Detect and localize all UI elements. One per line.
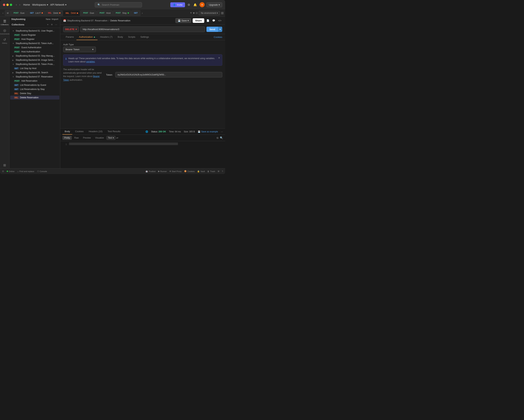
cookies-link[interactable]: Cookies: [214, 34, 222, 40]
send-dropdown-button[interactable]: ▾: [218, 27, 222, 32]
fmt-tab-raw[interactable]: Raw: [72, 136, 80, 140]
collection-item-2[interactable]: ▼ StayBooking Backend 02. Token Auth...: [10, 41, 59, 45]
send-button[interactable]: Send: [206, 27, 218, 32]
grid-view-button[interactable]: ⊞: [218, 170, 219, 172]
vault-button[interactable]: 🔒 Vault: [197, 170, 205, 172]
request-add-reservation[interactable]: POST Add Reservation: [10, 79, 59, 83]
start-proxy-button[interactable]: ⊕ Start Proxy: [169, 170, 182, 172]
runner-button[interactable]: ▶ Runner: [158, 170, 167, 172]
find-replace-button[interactable]: ⌕ Find and replace: [17, 170, 34, 172]
request-guest-register[interactable]: POST Guest Register: [10, 33, 59, 37]
fmt-tab-preview[interactable]: Preview: [81, 136, 93, 140]
resp-tab-body[interactable]: Body: [62, 129, 72, 134]
request-guest-auth[interactable]: POST Guest Authentication: [10, 45, 59, 50]
tab-get-list[interactable]: GET List F: [27, 10, 45, 16]
tab-scripts[interactable]: Scripts: [126, 34, 138, 40]
text-format-select[interactable]: Text ▾: [106, 136, 115, 140]
api-network-menu[interactable]: API Network ▾: [50, 3, 66, 6]
collection-item-3[interactable]: ▶ StayBooking Backend 03. Stay Manag...: [10, 54, 59, 58]
tab-post-gue2[interactable]: POST Gue:: [80, 10, 96, 16]
close-button[interactable]: [3, 4, 5, 6]
docs-button[interactable]: 📄: [206, 18, 210, 23]
request-delete-stay[interactable]: DEL Delete Stay: [10, 91, 59, 95]
request-list-stay-host[interactable]: GET List Stay by Host: [10, 66, 59, 70]
code-button[interactable]: </>: [217, 18, 222, 23]
home-link[interactable]: Home: [23, 3, 30, 6]
tab-del-delet2-active[interactable]: DEL Delet: [63, 10, 80, 16]
tab-body[interactable]: Body: [115, 34, 126, 40]
sidebar-icon-collections[interactable]: ☰ Collections: [1, 18, 8, 27]
save-example-button[interactable]: 💾 Save as example: [198, 130, 218, 133]
avatar[interactable]: U: [200, 2, 205, 7]
tab-st[interactable]: st: [5, 10, 10, 16]
breadcrumb-collection[interactable]: StayBooking Backend 07. Reservation: [67, 19, 107, 22]
sort-collections-button[interactable]: ≡: [50, 23, 53, 26]
collection-item-6[interactable]: ▶ StayBooking Backend 06. Search: [10, 71, 59, 75]
tab-scroll-left[interactable]: ‹: [1, 11, 5, 15]
tab-get-more[interactable]: GET: [131, 10, 140, 16]
collection-item-4[interactable]: ▶ StayBooking Backend 04. Image Servi...: [10, 58, 59, 62]
tab-settings[interactable]: Settings: [138, 34, 151, 40]
import-button[interactable]: Import: [52, 18, 58, 20]
resp-tab-headers[interactable]: Headers (10): [87, 129, 105, 134]
response-more-button[interactable]: ···: [221, 130, 223, 133]
request-list-reservations-guest[interactable]: GET List Reservations by Guest: [10, 83, 59, 87]
no-environment-select[interactable]: No environment ▾: [199, 11, 220, 15]
sidebar-icon-history[interactable]: ↺ History: [1, 37, 8, 45]
method-select[interactable]: DELETE ▾: [63, 26, 79, 32]
share-button[interactable]: Share: [193, 18, 204, 23]
online-status[interactable]: Online: [7, 170, 15, 172]
minimize-button[interactable]: [6, 4, 9, 6]
settings-button[interactable]: ⚙: [187, 2, 191, 7]
collection-item-1[interactable]: ▼ StayBooking Backend 01. User Regist...: [10, 29, 59, 33]
console-button[interactable]: ⬡ Console: [37, 170, 47, 172]
info-close-button[interactable]: ✕: [218, 56, 220, 59]
env-settings-button[interactable]: ⊞: [221, 11, 224, 15]
collection-item-7[interactable]: ▼ StayBooking Backend 07. Reservation: [10, 75, 59, 79]
copy-response-button[interactable]: ⧉: [217, 136, 218, 139]
request-delete-reservation[interactable]: DEL Delete Reservation: [10, 96, 59, 100]
variables-link[interactable]: variables: [86, 60, 95, 63]
new-button[interactable]: New: [46, 18, 51, 20]
request-host-register[interactable]: POST Host Register: [10, 37, 59, 41]
layout-button[interactable]: ⊡: [2, 170, 4, 172]
sidebar-icon-environments[interactable]: ◎ Environments: [1, 27, 8, 36]
tab-post-host[interactable]: POST Host: [97, 10, 113, 16]
resp-tab-test-results[interactable]: Test Results: [105, 129, 122, 134]
more-collections-button[interactable]: ···: [54, 23, 58, 26]
add-collection-button[interactable]: +: [46, 23, 49, 26]
fmt-tab-visualize[interactable]: Visualize: [93, 136, 106, 140]
request-host-auth[interactable]: POST Host Authentication: [10, 50, 59, 54]
search-bar[interactable]: 🔍 Search Postman: [95, 2, 142, 8]
tab-params[interactable]: Params: [63, 34, 77, 40]
maximize-button[interactable]: [10, 4, 12, 6]
fmt-tab-pretty[interactable]: Pretty: [62, 136, 72, 140]
cookies-button[interactable]: 🍪 Cookies: [184, 170, 195, 172]
save-button[interactable]: 💾 Save ▾: [175, 18, 191, 23]
auth-type-select[interactable]: Bearer Token ▾: [63, 47, 96, 52]
notifications-button[interactable]: 🔔: [193, 2, 198, 7]
collection-item-5[interactable]: ▼ StayBooking Backend 05. Token Prote...: [10, 62, 59, 66]
wrap-button[interactable]: ⇌: [116, 136, 118, 139]
resp-tab-cookies[interactable]: Cookies: [73, 129, 86, 134]
new-tab-button[interactable]: +: [190, 11, 192, 15]
trash-button[interactable]: 🗑 Trash: [207, 170, 215, 172]
tab-dropdown-button[interactable]: ▾: [193, 11, 195, 15]
tab-scroll-right[interactable]: ›: [141, 11, 144, 15]
upgrade-button[interactable]: Upgrade ▾: [206, 2, 222, 7]
tab-del-delet1[interactable]: DEL Delet: [45, 10, 62, 16]
sidebar-icon-more[interactable]: ⊞: [1, 162, 8, 168]
back-button[interactable]: ‹: [15, 3, 17, 7]
tab-post-stay[interactable]: POST Stay: [113, 10, 131, 16]
tab-authorization[interactable]: Authorization: [77, 34, 98, 40]
tab-layout-button[interactable]: ⊡: [196, 12, 198, 14]
token-input[interactable]: [115, 72, 222, 77]
tab-post-gue[interactable]: POST Gue:: [11, 10, 27, 16]
tab-headers[interactable]: Headers (7): [97, 34, 115, 40]
forward-button[interactable]: ›: [18, 3, 21, 7]
request-list-reservations-stay[interactable]: GET List Reservations by Stay: [10, 87, 59, 91]
url-input[interactable]: [80, 26, 205, 32]
help-button[interactable]: ?: [222, 170, 223, 172]
workspaces-menu[interactable]: Workspaces ▾: [32, 3, 48, 6]
search-response-button[interactable]: 🔍: [220, 136, 223, 139]
